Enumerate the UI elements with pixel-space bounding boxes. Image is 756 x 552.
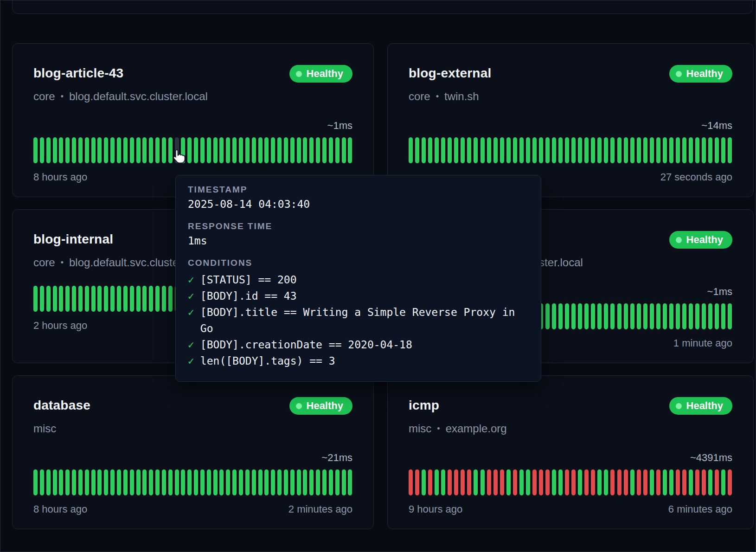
- health-bar[interactable]: [519, 469, 524, 495]
- health-bar[interactable]: [245, 469, 250, 495]
- health-bar[interactable]: [461, 469, 465, 495]
- health-bar[interactable]: [474, 469, 478, 495]
- health-bar[interactable]: [53, 286, 57, 312]
- health-bar[interactable]: [123, 137, 128, 163]
- health-bar[interactable]: [591, 137, 595, 163]
- health-bar[interactable]: [97, 286, 102, 312]
- health-bar[interactable]: [40, 137, 44, 163]
- health-bar[interactable]: [682, 303, 686, 329]
- health-bar[interactable]: [539, 137, 543, 163]
- health-bar[interactable]: [59, 469, 63, 495]
- health-bar[interactable]: [415, 469, 419, 495]
- health-bar[interactable]: [316, 137, 320, 163]
- health-bar[interactable]: [97, 469, 102, 495]
- health-bar[interactable]: [441, 469, 445, 495]
- health-bar[interactable]: [715, 137, 719, 163]
- health-bar[interactable]: [284, 469, 288, 495]
- health-bar[interactable]: [571, 303, 576, 329]
- health-bar[interactable]: [448, 137, 452, 163]
- health-bar[interactable]: [526, 137, 530, 163]
- health-bar[interactable]: [597, 137, 602, 163]
- health-bar[interactable]: [545, 137, 550, 163]
- health-bar[interactable]: [637, 469, 641, 495]
- health-bar[interactable]: [409, 137, 413, 163]
- health-bar[interactable]: [136, 286, 141, 312]
- health-bar[interactable]: [481, 137, 485, 163]
- health-bar[interactable]: [610, 469, 615, 495]
- health-bar[interactable]: [130, 469, 134, 495]
- health-bar[interactable]: [168, 137, 173, 163]
- health-bar[interactable]: [565, 137, 569, 163]
- health-bar[interactable]: [72, 137, 76, 163]
- health-bar[interactable]: [284, 137, 288, 163]
- health-bar[interactable]: [142, 469, 147, 495]
- health-bar[interactable]: [59, 286, 63, 312]
- health-bar[interactable]: [85, 137, 89, 163]
- health-bar[interactable]: [708, 137, 712, 163]
- health-bar[interactable]: [650, 303, 654, 329]
- health-bar[interactable]: [232, 137, 237, 163]
- health-bar[interactable]: [207, 469, 211, 495]
- health-bar[interactable]: [162, 137, 166, 163]
- health-bar[interactable]: [239, 137, 243, 163]
- health-bar[interactable]: [682, 469, 686, 495]
- health-bar[interactable]: [721, 137, 725, 163]
- health-bar[interactable]: [85, 286, 89, 312]
- health-bar[interactable]: [695, 303, 699, 329]
- health-bar[interactable]: [519, 137, 524, 163]
- health-bar[interactable]: [532, 137, 537, 163]
- health-bar[interactable]: [149, 286, 153, 312]
- health-bar[interactable]: [441, 137, 445, 163]
- health-bar[interactable]: [162, 286, 166, 312]
- health-bar[interactable]: [676, 469, 680, 495]
- health-bar[interactable]: [624, 469, 628, 495]
- health-bar[interactable]: [309, 469, 314, 495]
- health-bar[interactable]: [506, 137, 511, 163]
- health-bar[interactable]: [258, 137, 263, 163]
- health-bar[interactable]: [40, 469, 44, 495]
- health-bar[interactable]: [53, 469, 57, 495]
- health-bar[interactable]: [656, 303, 660, 329]
- health-bar[interactable]: [117, 469, 121, 495]
- health-bar[interactable]: [162, 469, 166, 495]
- health-bar[interactable]: [175, 137, 179, 163]
- health-bar[interactable]: [65, 137, 70, 163]
- health-bar[interactable]: [130, 286, 134, 312]
- health-bar[interactable]: [110, 137, 115, 163]
- health-bar[interactable]: [40, 286, 44, 312]
- health-bar[interactable]: [245, 137, 250, 163]
- health-bar[interactable]: [650, 469, 654, 495]
- health-bar[interactable]: [493, 137, 498, 163]
- health-bar[interactable]: [604, 137, 608, 163]
- health-bar[interactable]: [545, 303, 550, 329]
- endpoint-card[interactable]: blog-external Healthy core • twin.sh ~14…: [387, 43, 754, 197]
- health-bar[interactable]: [610, 137, 615, 163]
- health-bar[interactable]: [617, 137, 621, 163]
- health-bar[interactable]: [552, 469, 556, 495]
- health-bar[interactable]: [316, 469, 320, 495]
- health-bar[interactable]: [277, 137, 282, 163]
- health-bar[interactable]: [454, 469, 458, 495]
- health-bar[interactable]: [348, 469, 352, 495]
- health-bar[interactable]: [91, 137, 96, 163]
- health-bar[interactable]: [454, 137, 458, 163]
- health-bar[interactable]: [702, 137, 706, 163]
- health-bar[interactable]: [513, 469, 517, 495]
- health-bar[interactable]: [213, 469, 218, 495]
- health-bar[interactable]: [258, 469, 263, 495]
- health-bar[interactable]: [500, 469, 504, 495]
- health-bar[interactable]: [624, 303, 628, 329]
- health-bar[interactable]: [481, 469, 485, 495]
- health-bar[interactable]: [72, 469, 76, 495]
- health-bar[interactable]: [565, 303, 569, 329]
- health-bar[interactable]: [656, 137, 660, 163]
- health-bar[interactable]: [435, 469, 439, 495]
- health-bar[interactable]: [219, 469, 224, 495]
- health-bar[interactable]: [110, 286, 115, 312]
- health-bar[interactable]: [643, 469, 647, 495]
- health-bar[interactable]: [565, 469, 569, 495]
- endpoint-card[interactable]: icmp Healthy misc • example.org ~4391ms …: [387, 375, 754, 529]
- health-bar[interactable]: [335, 469, 340, 495]
- health-bar[interactable]: [322, 469, 327, 495]
- health-bar[interactable]: [630, 137, 634, 163]
